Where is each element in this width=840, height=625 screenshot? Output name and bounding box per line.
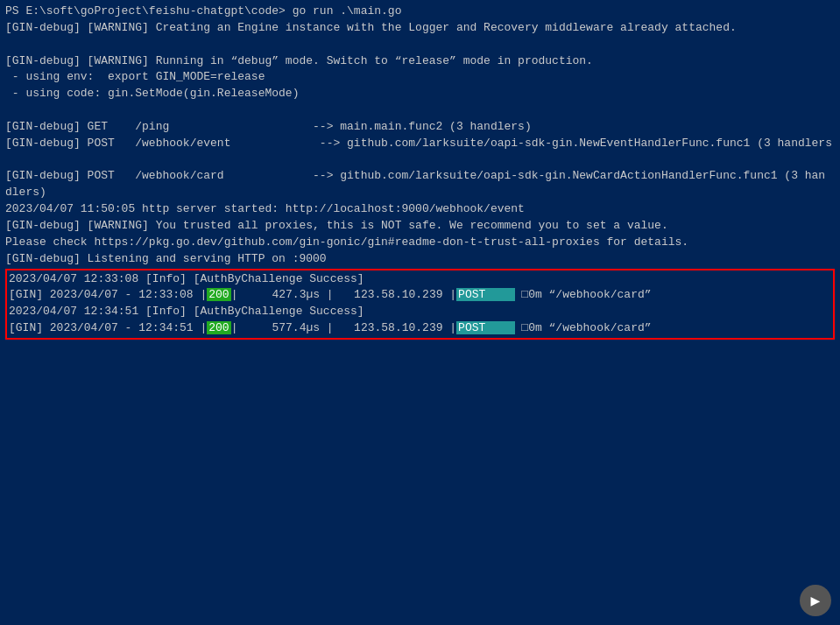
line-6: - using code: gin.SetMode(gin.ReleaseMod… — [5, 86, 835, 102]
line-3 — [5, 37, 835, 53]
line-18: 2023/04/07 12:34:51 [Info] [AuthByChalle… — [9, 304, 831, 320]
highlight-region: 2023/04/07 12:33:08 [Info] [AuthByChalle… — [5, 269, 835, 340]
line-4: [GIN-debug] [WARNING] Running in “debug”… — [5, 53, 835, 70]
line-8: [GIN-debug] GET /ping --> main.main.func… — [5, 119, 835, 136]
line-2: [GIN-debug] [WARNING] Creating an Engine… — [5, 20, 835, 37]
scroll-indicator[interactable]: ▶ — [800, 585, 831, 616]
line-11: [GIN-debug] POST /webhook/card --> githu… — [5, 168, 835, 185]
line-11b: dlers) — [5, 185, 835, 201]
line-1: PS E:\soft\goProject\feishu-chatgpt\code… — [5, 4, 835, 20]
line-14: Please check https://pkg.go.dev/github.c… — [5, 235, 835, 251]
line-17-gin: [GIN] 2023/04/07 - 12:33:08 |200| 427.3µ… — [9, 287, 831, 304]
line-19-gin: [GIN] 2023/04/07 - 12:34:51 |200| 577.4µ… — [9, 320, 831, 337]
line-5: - using env: export GIN_MODE=release — [5, 69, 835, 86]
terminal-window: PS E:\soft\goProject\feishu-chatgpt\code… — [0, 0, 840, 625]
scroll-icon: ▶ — [811, 591, 821, 610]
line-10 — [5, 152, 835, 169]
line-9: [GIN-debug] POST /webhook/event --> gith… — [5, 136, 835, 152]
line-7 — [5, 102, 835, 119]
line-13: [GIN-debug] [WARNING] You trusted all pr… — [5, 218, 835, 235]
line-15: [GIN-debug] Listening and serving HTTP o… — [5, 251, 835, 268]
line-16: 2023/04/07 12:33:08 [Info] [AuthByChalle… — [9, 271, 831, 288]
line-12: 2023/04/07 11:50:05 http server started:… — [5, 201, 835, 218]
